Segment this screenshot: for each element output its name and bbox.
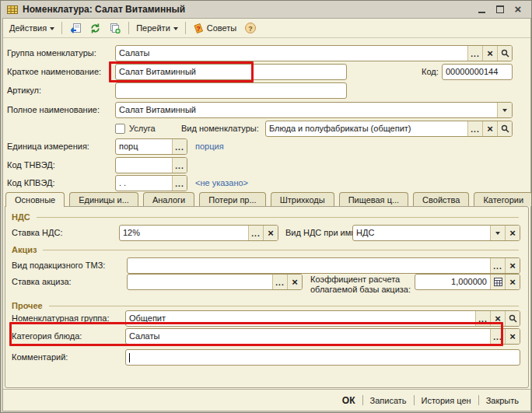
clear-button[interactable]: × xyxy=(263,226,278,240)
excise-rate-input[interactable]: ... × xyxy=(127,274,303,290)
group-input[interactable]: Салаты ... × xyxy=(115,45,513,61)
comment-label: Комментарий: xyxy=(12,349,68,366)
other-section-header: Прочее xyxy=(12,300,519,311)
full-name-input[interactable]: Салат Витаминный xyxy=(115,102,513,118)
clear-button[interactable]: × xyxy=(505,275,520,289)
goto-menu-button[interactable]: Перейти xyxy=(132,22,182,34)
clear-button[interactable]: × xyxy=(482,121,497,136)
select-button[interactable]: ... xyxy=(490,329,505,344)
open-button[interactable] xyxy=(505,311,520,326)
full-name-value: Салат Витаминный xyxy=(116,103,497,117)
select-button[interactable]: ... xyxy=(475,311,490,326)
minimize-button[interactable] xyxy=(478,5,487,14)
select-button[interactable]: ... xyxy=(172,158,187,173)
select-button[interactable]: ... xyxy=(490,258,505,273)
footer-buttons: ОКЗаписатьИстория ценЗакрыть xyxy=(3,389,530,411)
tips-icon: ? xyxy=(193,23,204,34)
tips-label: Советы xyxy=(207,23,236,33)
tab-7[interactable]: Свойства xyxy=(413,192,469,206)
tab-1[interactable]: Основные xyxy=(5,192,65,207)
vat-import-input[interactable]: НДС × xyxy=(352,225,520,241)
vat-rate-input[interactable]: 12% ... × xyxy=(119,225,278,241)
chevron-down-icon xyxy=(495,232,500,235)
toolbar: Действия Перейти ? xyxy=(3,19,530,38)
kind-value: Блюда и полуфабрикаты (общепит) xyxy=(266,121,467,136)
chevron-down-icon xyxy=(173,27,178,30)
select-button[interactable]: ... xyxy=(172,139,187,154)
refresh-icon xyxy=(89,23,101,34)
tab-3[interactable]: Аналоги xyxy=(143,192,194,206)
footer-button-4[interactable]: Закрыть xyxy=(479,396,526,405)
tab-6[interactable]: Пищевая ц... xyxy=(339,192,408,206)
help-button[interactable]: ? xyxy=(240,20,261,36)
kpved-link[interactable]: <не указано> xyxy=(195,175,248,191)
article-input[interactable] xyxy=(115,82,347,99)
dish-category-input[interactable]: Салаты ... × xyxy=(125,328,520,345)
select-button[interactable]: ... xyxy=(467,121,482,136)
excise-coef-input[interactable]: 1,000000 × xyxy=(415,274,520,290)
group-value: Салаты xyxy=(116,46,467,61)
excise-coef-value: 1,000000 xyxy=(415,275,490,289)
nomenclature-group-value: Общепит xyxy=(126,311,475,326)
dropdown-button[interactable] xyxy=(490,226,505,240)
unit-link[interactable]: порция xyxy=(195,138,224,155)
clear-button[interactable]: × xyxy=(505,226,520,240)
other-section-title: Прочее xyxy=(12,301,43,310)
tab-8[interactable]: Категории xyxy=(474,192,532,206)
maximize-button[interactable] xyxy=(495,5,505,14)
excise-rate-label: Ставка акциза: xyxy=(12,274,72,290)
footer-button-2[interactable]: Записать xyxy=(363,396,414,405)
short-name-input[interactable]: Салат Витаминный xyxy=(115,64,347,80)
calculator-button[interactable] xyxy=(490,275,505,289)
actions-menu-button[interactable]: Действия xyxy=(5,22,58,34)
clear-button[interactable]: × xyxy=(482,46,497,61)
excise-tmz-input[interactable]: ... × xyxy=(127,257,520,274)
select-button[interactable]: ... xyxy=(248,226,263,240)
kpved-label: Код КПВЭД: xyxy=(7,175,54,191)
open-button[interactable] xyxy=(497,121,512,136)
svg-text:?: ? xyxy=(249,25,254,33)
tab-4[interactable]: Потери пр... xyxy=(199,192,265,206)
kind-input[interactable]: Блюда и полуфабрикаты (общепит) ... × xyxy=(265,121,513,137)
tab-2[interactable]: Единицы и... xyxy=(69,192,138,206)
text-caret xyxy=(129,353,130,362)
clear-button[interactable]: × xyxy=(505,258,520,273)
clear-button[interactable]: × xyxy=(490,311,505,326)
nomenclature-group-input[interactable]: Общепит ... × xyxy=(125,310,520,327)
excise-coef-label: Коэффициент расчета облагаемой базы акци… xyxy=(310,275,413,295)
group-label: Группа номенклатуры: xyxy=(7,45,96,61)
window-controls: × xyxy=(478,5,525,14)
tab-5[interactable]: Штрихкоды xyxy=(271,192,334,206)
kpved-input[interactable]: . . ... xyxy=(115,175,187,191)
full-name-label: Полное наименование: xyxy=(7,102,100,118)
tnved-value xyxy=(116,158,172,173)
vat-import-value: НДС xyxy=(353,226,490,240)
copy-item-button[interactable] xyxy=(105,21,125,36)
toolbar-separator xyxy=(185,22,186,34)
select-button[interactable]: ... xyxy=(272,275,287,289)
footer-button-3[interactable]: История цен xyxy=(415,396,478,405)
comment-value xyxy=(126,350,520,365)
footer-button-1[interactable]: ОК xyxy=(335,395,362,406)
actions-label: Действия xyxy=(9,23,47,33)
open-button[interactable] xyxy=(497,46,512,61)
close-button[interactable]: × xyxy=(513,5,523,14)
refresh-button[interactable] xyxy=(86,21,105,36)
vat-section-header: НДС xyxy=(12,212,519,222)
code-input[interactable]: 00000000144 xyxy=(442,64,513,80)
unit-input[interactable]: порц ... xyxy=(115,138,187,155)
tnved-input[interactable]: ... xyxy=(115,157,187,173)
write-object-button[interactable] xyxy=(65,21,86,36)
document-arrow-icon xyxy=(69,23,82,34)
dropdown-button[interactable] xyxy=(497,103,512,117)
clear-button[interactable]: × xyxy=(505,329,520,344)
tips-button[interactable]: ? Советы xyxy=(189,21,240,36)
clear-button[interactable]: × xyxy=(287,275,302,289)
select-button[interactable]: ... xyxy=(467,46,482,61)
service-checkbox[interactable] xyxy=(115,124,125,134)
unit-value: порц xyxy=(116,139,172,154)
comment-input[interactable] xyxy=(125,349,520,366)
select-button[interactable]: ... xyxy=(172,176,187,191)
excise-tmz-label: Вид подакцизного ТМЗ: xyxy=(12,257,105,274)
toolbar-separator xyxy=(61,22,62,34)
